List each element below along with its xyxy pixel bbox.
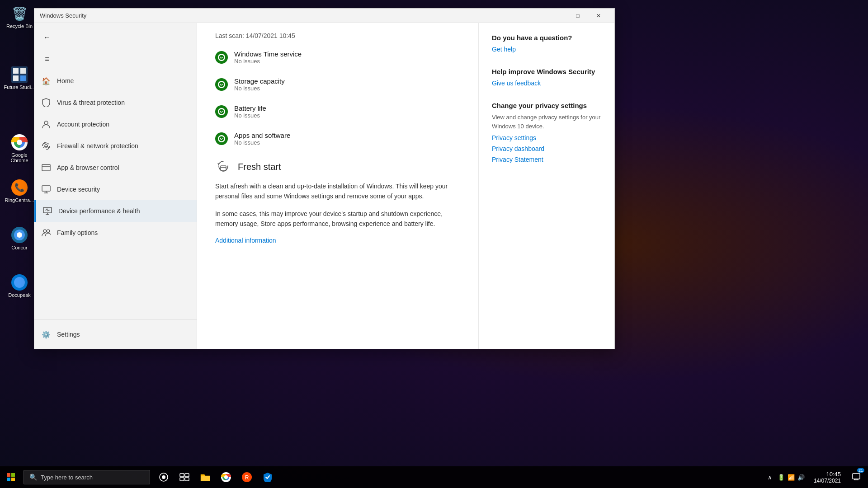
windows-security-window: Windows Security — □ ✕ ← ≡ 🏠 Home — [34, 8, 615, 349]
apps-software-status-icon — [215, 132, 228, 145]
system-tray-chevron[interactable]: ∧ — [768, 474, 772, 481]
sidebar-device-health-label: Device performance & health — [58, 207, 140, 215]
app-browser-icon — [42, 163, 51, 172]
svg-rect-38 — [185, 478, 189, 481]
svg-rect-4 — [20, 75, 26, 81]
desktop-icon-google-chrome[interactable]: Google Chrome — [4, 133, 35, 163]
notification-button[interactable]: 21 — [846, 466, 866, 488]
clock[interactable]: 10:45 14/07/2021 — [810, 471, 844, 484]
wifi-taskbar-icon: 📶 — [788, 474, 795, 481]
back-button[interactable]: ← — [38, 28, 56, 47]
storage-title: Storage capacity — [234, 77, 285, 85]
desktop-icon-future-studio[interactable]: Future Studi... — [4, 66, 35, 90]
svg-rect-29 — [7, 473, 10, 477]
fresh-start-title: Fresh start — [238, 162, 281, 172]
recycle-bin-label: Recycle Bin — [6, 23, 33, 29]
close-button[interactable]: ✕ — [588, 9, 609, 23]
home-icon: 🏠 — [42, 76, 51, 85]
ringcentral-taskbar-icon[interactable]: R — [237, 466, 257, 488]
sidebar-item-account[interactable]: Account protection — [34, 113, 197, 135]
improve-title: Help improve Windows Security — [492, 68, 602, 75]
concur-icon — [10, 226, 28, 244]
sidebar-item-device-security[interactable]: Device security — [34, 178, 197, 200]
get-help-link[interactable]: Get help — [492, 46, 516, 53]
taskbar-right: ∧ 🔋 📶 🔊 10:45 14/07/2021 21 — [768, 466, 868, 488]
storage-status-icon — [215, 78, 228, 91]
desktop-icon-ringcentral[interactable]: 📞 RingCentra... — [4, 178, 35, 203]
windows-time-status-icon — [215, 51, 228, 64]
privacy-desc: View and change privacy settings for you… — [492, 113, 602, 131]
privacy-links: Privacy settings Privacy dashboard Priva… — [492, 134, 602, 163]
privacy-statement-link[interactable]: Privacy Statement — [492, 156, 602, 163]
privacy-dashboard-link[interactable]: Privacy dashboard — [492, 145, 602, 152]
svg-point-12 — [17, 232, 22, 238]
sidebar-item-virus[interactable]: Virus & threat protection — [34, 92, 197, 113]
sidebar-item-settings[interactable]: ⚙️ Settings — [34, 324, 197, 345]
sidebar-device-security-label: Device security — [57, 186, 100, 193]
storage-status-text: No issues — [234, 85, 285, 92]
fresh-start-header: Fresh start — [215, 159, 460, 175]
svg-rect-35 — [180, 474, 184, 477]
sidebar-item-app-browser[interactable]: App & browser control — [34, 157, 197, 178]
search-icon: 🔍 — [29, 474, 37, 481]
improve-section: Help improve Windows Security Give us fe… — [492, 68, 602, 87]
battery-taskbar-icon: 🔋 — [778, 474, 785, 481]
desktop-icon-concur[interactable]: Concur — [4, 226, 35, 250]
sidebar-item-family[interactable]: Family options — [34, 222, 197, 244]
svg-point-14 — [14, 277, 25, 288]
taskbar-search[interactable]: 🔍 Type here to search — [24, 470, 150, 484]
svg-rect-30 — [11, 473, 15, 477]
svg-point-41 — [224, 475, 228, 479]
sidebar-settings-label: Settings — [57, 331, 80, 338]
google-chrome-label: Google Chrome — [4, 152, 35, 163]
file-explorer-taskbar-icon[interactable] — [195, 466, 215, 488]
question-section: Do you have a question? Get help — [492, 34, 602, 53]
sidebar: ← ≡ 🏠 Home Virus & threat protection — [34, 23, 197, 349]
apps-software-title: Apps and software — [234, 131, 290, 139]
svg-point-15 — [44, 121, 48, 125]
right-panel: Do you have a question? Get help Help im… — [479, 23, 614, 349]
recycle-bin-icon: 🗑️ — [10, 5, 28, 23]
windows-time-status: Windows Time service No issues — [215, 50, 460, 65]
window-controls: — □ ✕ — [547, 9, 609, 23]
last-scan-text: Last scan: 14/07/2021 10:45 — [215, 32, 460, 39]
svg-rect-36 — [185, 474, 189, 477]
virtual-desktop-button[interactable] — [175, 466, 194, 488]
additional-information-link[interactable]: Additional information — [215, 237, 276, 244]
fresh-start-icon — [215, 159, 231, 175]
start-button[interactable] — [0, 466, 22, 488]
minimize-button[interactable]: — — [547, 9, 567, 23]
desktop-icon-docupeak[interactable]: Docupeak — [4, 273, 35, 298]
hamburger-menu-button[interactable]: ≡ — [38, 50, 56, 68]
svg-rect-19 — [42, 186, 50, 191]
sidebar-firewall-label: Firewall & network protection — [57, 142, 138, 150]
sidebar-item-device-health[interactable]: Device performance & health — [34, 200, 197, 222]
clock-date: 14/07/2021 — [814, 478, 841, 484]
privacy-settings-link[interactable]: Privacy settings — [492, 134, 602, 141]
sidebar-item-home[interactable]: 🏠 Home — [34, 70, 197, 92]
svg-rect-32 — [11, 478, 15, 481]
storage-text: Storage capacity No issues — [234, 77, 285, 92]
google-chrome-icon — [10, 133, 28, 151]
svg-text:📞: 📞 — [14, 183, 25, 192]
feedback-link[interactable]: Give us feedback — [492, 80, 541, 87]
maximize-button[interactable]: □ — [567, 9, 588, 23]
battery-title: Battery life — [234, 104, 266, 112]
desktop-icon-recycle-bin[interactable]: 🗑️ Recycle Bin — [4, 5, 35, 29]
svg-point-25 — [43, 230, 46, 232]
titlebar: Windows Security — □ ✕ — [34, 9, 614, 23]
search-placeholder: Type here to search — [41, 474, 93, 481]
svg-rect-2 — [20, 68, 26, 74]
privacy-title: Change your privacy settings — [492, 102, 602, 109]
chrome-taskbar-icon[interactable] — [216, 466, 236, 488]
windows-security-taskbar-icon[interactable] — [258, 466, 278, 488]
ringcentral-icon: 📞 — [10, 178, 28, 197]
concur-label: Concur — [11, 245, 27, 250]
task-view-button[interactable] — [154, 466, 174, 488]
docupeak-label: Docupeak — [8, 292, 31, 298]
sidebar-item-firewall[interactable]: Firewall & network protection — [34, 135, 197, 157]
shield-icon — [42, 98, 51, 107]
svg-rect-1 — [13, 68, 19, 74]
sidebar-account-label: Account protection — [57, 121, 109, 128]
svg-point-26 — [47, 230, 49, 232]
